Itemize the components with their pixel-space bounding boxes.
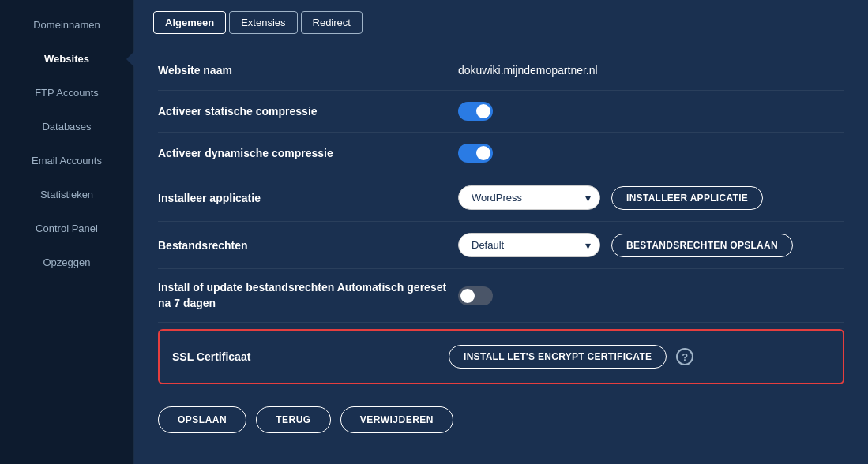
ssl-help-icon[interactable]: ?: [676, 348, 693, 365]
installeer-applicatie-label: Installeer applicatie: [158, 192, 458, 204]
dynamische-compressie-label: Activeer dynamische compressie: [158, 147, 458, 159]
sidebar-item-websites[interactable]: Websites: [0, 42, 133, 76]
ssl-certificaat-row: SSL Certificaat INSTALL LET'S ENCRYPT CE…: [158, 329, 844, 384]
footer-buttons: OPSLAAN TERUG VERWIJDEREN: [158, 394, 844, 440]
sidebar-item-email-accounts[interactable]: Email Accounts: [0, 144, 133, 178]
bestandsrechten-row: Bestandsrechten Default BESTANDSRECHTEN …: [158, 222, 844, 269]
website-naam-value-container: dokuwiki.mijndemopartner.nl: [458, 64, 844, 77]
bestandsrechten-label: Bestandsrechten: [158, 239, 458, 252]
installeer-applicatie-select[interactable]: WordPress: [458, 185, 600, 210]
sidebar: Domeinnamen Websites FTP Accounts Databa…: [0, 0, 134, 464]
terug-button[interactable]: TERUG: [256, 406, 331, 433]
verwijderen-button[interactable]: VERWIJDEREN: [340, 406, 453, 433]
sidebar-item-databases[interactable]: Databases: [0, 110, 133, 144]
sidebar-item-control-panel[interactable]: Control Panel: [0, 211, 133, 245]
installeer-applicatie-select-wrapper: WordPress: [458, 185, 600, 210]
bestandsrechten-value: Default BESTANDSRECHTEN OPSLAAN: [458, 233, 844, 257]
bestandsrechten-opslaan-button[interactable]: BESTANDSRECHTEN OPSLAAN: [611, 234, 793, 257]
website-naam-label: Website naam: [158, 64, 458, 77]
install-lets-encrypt-button[interactable]: INSTALL LET'S ENCRYPT CERTIFICATE: [449, 345, 667, 369]
dynamische-compressie-value: [458, 144, 844, 163]
statische-compressie-toggle[interactable]: [458, 102, 493, 121]
statische-compressie-row: Activeer statische compressie: [158, 91, 844, 133]
dynamische-compressie-row: Activeer dynamische compressie: [158, 133, 844, 174]
bestandsrechten-select-wrapper: Default: [458, 233, 600, 257]
tab-redirect[interactable]: Redirect: [301, 11, 363, 34]
tab-extensies[interactable]: Extensies: [229, 11, 297, 34]
statische-compressie-value: [458, 102, 844, 121]
auto-reset-toggle[interactable]: [458, 286, 493, 305]
website-naam-value: dokuwiki.mijndemopartner.nl: [458, 64, 598, 77]
website-naam-row: Website naam dokuwiki.mijndemopartner.nl: [158, 50, 844, 91]
installeer-applicatie-button[interactable]: INSTALLEER APPLICATIE: [611, 186, 763, 210]
tab-bar: Algemeen Extensies Redirect: [134, 0, 868, 34]
sidebar-item-statistieken[interactable]: Statistieken: [0, 178, 133, 211]
sidebar-item-ftp-accounts[interactable]: FTP Accounts: [0, 76, 133, 110]
auto-reset-row: Install of update bestandsrechten Automa…: [158, 269, 844, 323]
installeer-applicatie-value: WordPress INSTALLEER APPLICATIE: [458, 185, 844, 210]
tab-algemeen[interactable]: Algemeen: [153, 11, 226, 34]
dynamische-compressie-toggle[interactable]: [458, 144, 493, 163]
installeer-applicatie-row: Installeer applicatie WordPress INSTALLE…: [158, 174, 844, 222]
opslaan-button[interactable]: OPSLAAN: [158, 406, 246, 433]
auto-reset-value: [458, 286, 844, 305]
sidebar-item-opzeggen[interactable]: Opzeggen: [0, 245, 133, 279]
main-content: Algemeen Extensies Redirect Website naam…: [134, 0, 868, 464]
bestandsrechten-select[interactable]: Default: [458, 233, 600, 257]
sidebar-item-domeinnamen[interactable]: Domeinnamen: [0, 8, 133, 42]
ssl-actions: INSTALL LET'S ENCRYPT CERTIFICATE ?: [449, 345, 830, 369]
content-area: Website naam dokuwiki.mijndemopartner.nl…: [134, 34, 868, 464]
ssl-certificaat-label: SSL Certificaat: [172, 350, 449, 363]
statische-compressie-label: Activeer statische compressie: [158, 105, 458, 118]
auto-reset-label: Install of update bestandsrechten Automa…: [158, 280, 458, 311]
